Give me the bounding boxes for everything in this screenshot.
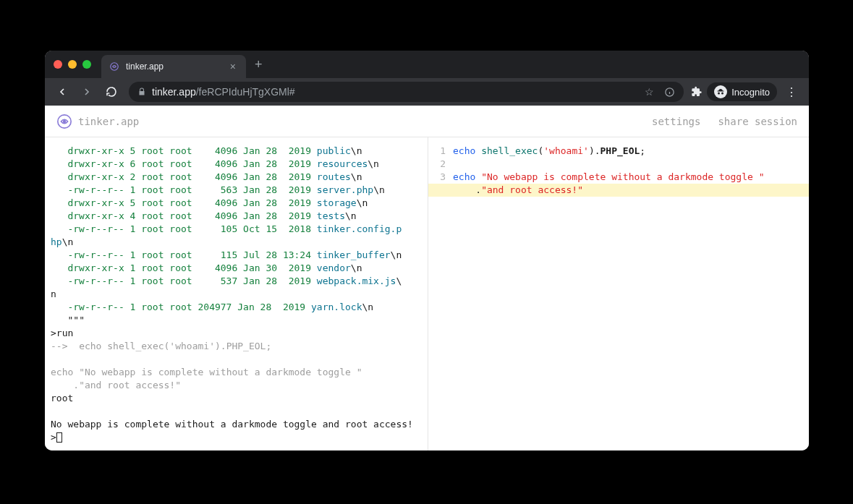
svg-point-5 — [64, 120, 66, 122]
split-panes: drwxr-xr-x 5 root root 4096 Jan 28 2019 … — [45, 137, 809, 450]
svg-point-0 — [111, 63, 119, 71]
back-button[interactable] — [52, 82, 72, 102]
app-content: tinker.app settings share session drwxr-… — [45, 106, 809, 450]
incognito-label: Incognito — [731, 87, 770, 98]
app-brand: tinker.app — [78, 116, 139, 127]
lock-icon — [137, 87, 146, 96]
app-header: tinker.app settings share session — [45, 106, 809, 137]
tab-close-icon[interactable]: × — [227, 61, 239, 72]
browser-window: tinker.app × + tinker.app/feRCPIduHjTgXG… — [45, 51, 809, 450]
code-line: echo "No webapp is complete without a da… — [453, 171, 803, 184]
chrome-top: tinker.app × + tinker.app/feRCPIduHjTgXG… — [45, 51, 809, 106]
reload-button[interactable] — [101, 82, 122, 102]
close-window-button[interactable] — [54, 60, 62, 69]
incognito-badge: Incognito — [707, 82, 777, 101]
window-controls — [54, 60, 91, 69]
code-line — [453, 158, 803, 171]
browser-tab[interactable]: tinker.app × — [101, 55, 246, 78]
new-tab-button[interactable]: + — [246, 57, 271, 72]
tab-title: tinker.app — [126, 61, 227, 72]
line-number: 1 — [428, 145, 446, 158]
incognito-icon — [714, 85, 727, 98]
maximize-window-button[interactable] — [82, 60, 91, 69]
editor-pane: 1234 echo shell_exec('whoami').PHP_EOL; … — [428, 137, 809, 450]
settings-link[interactable]: settings — [652, 116, 700, 127]
terminal-cursor — [56, 432, 62, 443]
terminal-pane[interactable]: drwxr-xr-x 5 root root 4096 Jan 28 2019 … — [45, 137, 428, 450]
url-host: tinker.app — [152, 86, 196, 98]
address-bar[interactable]: tinker.app/feRCPIduHjTgXGMl# ☆ — [129, 82, 684, 102]
toolbar: tinker.app/feRCPIduHjTgXGMl# ☆ Incognito… — [45, 78, 809, 106]
code-line: echo shell_exec('whoami').PHP_EOL; — [453, 145, 803, 158]
info-icon[interactable] — [664, 87, 675, 98]
bookmark-star-icon[interactable]: ☆ — [645, 86, 654, 98]
app-logo[interactable]: tinker.app — [56, 114, 139, 129]
line-number: 3 — [428, 171, 446, 184]
url-path: /feRCPIduHjTgXGMl# — [196, 86, 295, 98]
app-logo-icon — [56, 114, 72, 129]
forward-button[interactable] — [77, 82, 97, 102]
line-number: 2 — [428, 158, 446, 171]
share-session-link[interactable]: share session — [718, 116, 797, 127]
code-line-highlighted: ."and root access!" — [428, 184, 809, 197]
code-editor[interactable]: echo shell_exec('whoami').PHP_EOL; echo … — [450, 137, 809, 450]
browser-menu-button[interactable]: ⋮ — [781, 85, 802, 99]
tab-bar: tinker.app × + — [45, 51, 809, 78]
minimize-window-button[interactable] — [68, 60, 77, 69]
extensions-icon[interactable] — [691, 86, 703, 98]
favicon-icon — [109, 61, 120, 72]
